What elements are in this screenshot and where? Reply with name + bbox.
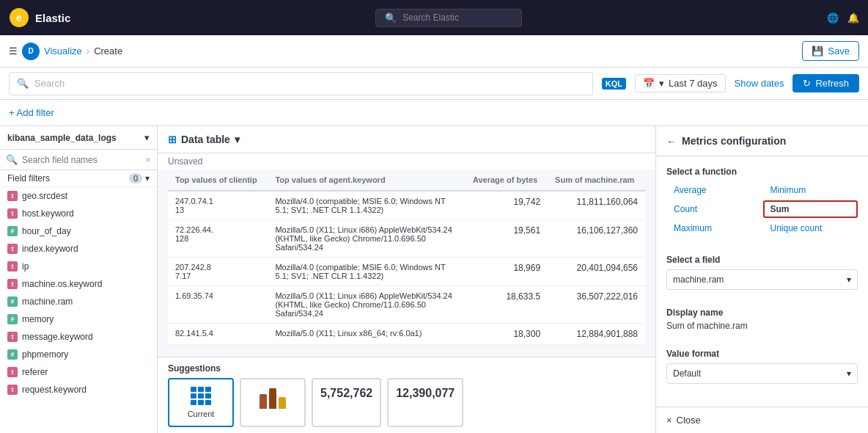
svg-text:e: e (16, 12, 22, 23)
table-row: 207.242.8 7.17 Mozilla/4.0 (compatible; … (168, 258, 645, 286)
function-minimum-button[interactable]: Minimum (763, 181, 858, 199)
field-select-dropdown[interactable]: machine.ram ▾ (666, 269, 858, 290)
field-label: hour_of_day (22, 226, 71, 236)
cell-sum-ram: 16,106,127,360 (548, 220, 645, 258)
cell-avg-bytes: 18,969 (466, 258, 548, 286)
refresh-icon: ↻ (803, 78, 811, 89)
function-average-button[interactable]: Average (666, 181, 762, 199)
field-item-index-keyword[interactable]: t index.keyword (0, 240, 157, 258)
suggestion-number-value2: 12,390,077 (396, 387, 455, 400)
save-label: Save (828, 46, 850, 57)
suggestions-row: Current 5,752,762 12,390,077 (168, 378, 645, 427)
field-label: request.keyword (22, 385, 87, 395)
cell-avg-bytes: 19,742 (466, 191, 548, 220)
sidebar: kibana_sample_data_logs ▾ 🔍 × Field filt… (0, 126, 158, 433)
add-filter-button[interactable]: + Add filter (9, 107, 54, 118)
field-type-icon: # (7, 314, 18, 324)
query-search-placeholder: Search (34, 78, 65, 89)
field-item-message-keyword[interactable]: t message.keyword (0, 328, 157, 346)
metrics-panel: ← Metrics configuration Select a functio… (655, 126, 868, 433)
field-item-machine-ram[interactable]: # machine.ram (0, 293, 157, 310)
breadcrumb: Visualize › Create (44, 46, 122, 57)
refresh-label: Refresh (815, 78, 849, 89)
col-header-agent: Top values of agent.keyword (268, 170, 465, 191)
datatable-title[interactable]: ⊞ Data table ▾ (168, 134, 240, 145)
col-header-clientip: Top values of clientip (168, 170, 268, 191)
field-type-icon: # (7, 296, 18, 307)
metrics-title: Metrics configuration (682, 135, 786, 147)
value-format-value: Default (673, 368, 701, 379)
metrics-footer[interactable]: × Close (656, 407, 868, 433)
app-name: Elastic (35, 12, 70, 24)
clear-search-icon[interactable]: × (145, 154, 151, 165)
subheader-right: 💾 Save (802, 41, 859, 61)
col-header-avg-bytes: Average of bytes (466, 170, 548, 191)
search-field-input[interactable] (22, 155, 141, 165)
field-item-geo-srcdest[interactable]: t geo.srcdest (0, 187, 157, 205)
elastic-logo-icon: e (9, 7, 29, 28)
field-label: machine.os.keyword (22, 279, 102, 289)
bell-icon[interactable]: 🔔 (847, 12, 859, 23)
field-item-referer[interactable]: t referer (0, 363, 157, 381)
index-selector[interactable]: kibana_sample_data_logs ▾ (0, 126, 157, 150)
suggestion-label-current: Current (188, 410, 215, 418)
function-sum-button[interactable]: Sum (763, 200, 858, 218)
value-format-dropdown[interactable]: Default ▾ (666, 363, 858, 384)
topbar-icons: 🌐 🔔 (827, 12, 859, 23)
table-row: 72.226.44. 128 Mozilla/5.0 (X11; Linux i… (168, 220, 645, 258)
function-count-button[interactable]: Count (666, 200, 762, 218)
field-item-phpmemory[interactable]: # phpmemory (0, 346, 157, 363)
cell-sum-ram: 12,884,901,888 (548, 324, 645, 345)
suggestion-number-value1: 5,752,762 (320, 387, 372, 400)
query-search-input[interactable]: 🔍 Search (9, 72, 593, 95)
metrics-body: Select a function Average Minimum Count … (656, 156, 868, 407)
display-name-value: Sum of machine.ram (666, 321, 858, 331)
show-dates-button[interactable]: Show dates (735, 78, 784, 89)
sidebar-search-area: 🔍 × (0, 150, 157, 170)
suggestion-card-number2[interactable]: 12,390,077 (387, 378, 463, 427)
field-filters-chevron[interactable]: ▾ (145, 173, 150, 183)
datatable-chevron-icon: ▾ (235, 134, 240, 145)
table-row: 1.69.35.74 Mozilla/5.0 (X11; Linux i686)… (168, 286, 645, 324)
cell-agent: Mozilla/4.0 (compatible; MSIE 6.0; Windo… (268, 191, 465, 220)
table-container[interactable]: Top values of clientip Top values of age… (158, 170, 655, 357)
chevron-down-icon: ▾ (659, 78, 664, 89)
globe-icon[interactable]: 🌐 (827, 12, 839, 23)
field-item-request-keyword[interactable]: t request.keyword (0, 381, 157, 399)
field-item-ip[interactable]: t ip (0, 258, 157, 275)
filterbar: + Add filter (0, 100, 868, 126)
field-filters-controls: 0 ▾ (129, 173, 150, 183)
kql-badge[interactable]: KQL (602, 78, 626, 90)
metrics-back-button[interactable]: ← (666, 136, 676, 147)
field-label: index.keyword (22, 244, 78, 254)
refresh-button[interactable]: ↻ Refresh (792, 74, 859, 92)
field-filters-label: Field filters (7, 173, 50, 183)
field-item-memory[interactable]: # memory (0, 310, 157, 328)
suggestion-card-bar[interactable] (240, 378, 306, 427)
function-grid: Average Minimum Count Sum Maximum Unique… (666, 181, 858, 237)
index-name: kibana_sample_data_logs (7, 133, 117, 143)
metrics-header: ← Metrics configuration (656, 126, 868, 156)
field-item-host-keyword[interactable]: t host.keyword (0, 205, 157, 222)
global-search-box[interactable]: 🔍 Search Elastic (375, 9, 522, 27)
select-field-label: Select a field (666, 255, 858, 265)
function-unique-count-button[interactable]: Unique count (763, 219, 858, 237)
function-maximum-button[interactable]: Maximum (666, 219, 762, 237)
suggestion-card-current[interactable]: Current (168, 378, 234, 427)
field-type-icon: t (7, 261, 18, 272)
cell-agent: Mozilla/5.0 (X11; Linux x86_64; rv:6.0a1… (268, 324, 465, 345)
save-button[interactable]: 💾 Save (802, 41, 859, 61)
field-type-icon: t (7, 191, 18, 201)
cell-sum-ram: 20,401,094,656 (548, 258, 645, 286)
breadcrumb-visualize[interactable]: Visualize (44, 46, 82, 57)
field-item-machine-os-keyword[interactable]: t machine.os.keyword (0, 275, 157, 293)
suggestion-card-number1[interactable]: 5,752,762 (312, 378, 381, 427)
grid-chart-icon (191, 387, 211, 405)
field-label: machine.ram (22, 296, 73, 307)
date-picker[interactable]: 📅 ▾ Last 7 days (635, 74, 726, 92)
field-item-hour-of-day[interactable]: # hour_of_day (0, 222, 157, 240)
menu-icon[interactable]: ☰ (9, 46, 18, 57)
query-search-icon: 🔍 (17, 78, 29, 89)
close-label: Close (677, 415, 701, 426)
cell-clientip: 82.141.5.4 (168, 324, 268, 345)
